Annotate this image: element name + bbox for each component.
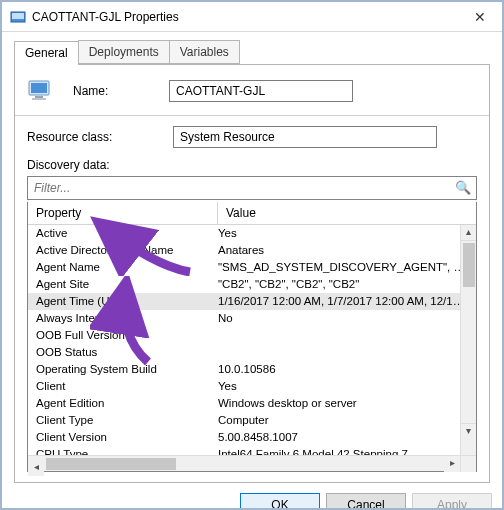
table-row[interactable]: OOB Full Version: [28, 327, 476, 344]
close-button[interactable]: ✕: [457, 3, 502, 31]
discovery-grid: Property Value ActiveYesActive Directory…: [27, 202, 477, 472]
cell-property: Client Type: [28, 412, 218, 429]
cell-property: Agent Site: [28, 276, 218, 293]
cell-value: [218, 344, 476, 361]
computer-icon: [27, 77, 59, 105]
filter-input[interactable]: [27, 176, 477, 200]
cell-property: Active Directory Site Name: [28, 242, 218, 259]
cell-value: 10.0.10586: [218, 361, 476, 378]
cell-property: Agent Time (UTC): [28, 293, 218, 310]
cell-value: Computer: [218, 412, 476, 429]
table-row[interactable]: Agent Time (UTC)1/16/2017 12:00 AM, 1/7/…: [28, 293, 476, 310]
cell-value: Intel64 Family 6 Model 42 Stepping 7: [218, 446, 476, 455]
table-row[interactable]: Active Directory Site NameAnatares: [28, 242, 476, 259]
discovery-data-label: Discovery data:: [27, 158, 147, 172]
cell-value: "CB2", "CB2", "CB2", "CB2": [218, 276, 476, 293]
table-row[interactable]: ClientYes: [28, 378, 476, 395]
vertical-scrollbar[interactable]: ▴ ▾: [460, 225, 476, 455]
cell-property: Agent Edition: [28, 395, 218, 412]
search-icon[interactable]: 🔍: [455, 180, 471, 195]
cell-property: Client Version: [28, 429, 218, 446]
table-row[interactable]: Always InternetNo: [28, 310, 476, 327]
tab-deployments[interactable]: Deployments: [78, 40, 170, 64]
cell-value: [218, 327, 476, 344]
table-row[interactable]: Operating System Build10.0.10586: [28, 361, 476, 378]
tab-general[interactable]: General: [14, 41, 79, 65]
apply-button: Apply: [412, 493, 492, 510]
scroll-down-icon[interactable]: ▾: [461, 423, 476, 439]
resource-class-label: Resource class:: [27, 130, 173, 144]
table-row[interactable]: Agent Name"SMS_AD_SYSTEM_DISCOVERY_AGENT…: [28, 259, 476, 276]
table-row[interactable]: Client TypeComputer: [28, 412, 476, 429]
table-row[interactable]: OOB Status: [28, 344, 476, 361]
cell-value: Yes: [218, 225, 476, 242]
app-icon: [10, 9, 26, 25]
scroll-right-icon[interactable]: ▸: [444, 456, 460, 472]
cell-value: No: [218, 310, 476, 327]
tab-strip: General Deployments Variables: [14, 40, 490, 64]
cell-property: OOB Full Version: [28, 327, 218, 344]
resource-class-field[interactable]: [173, 126, 437, 148]
divider: [15, 115, 489, 116]
cell-value: 5.00.8458.1007: [218, 429, 476, 446]
name-field[interactable]: [169, 80, 353, 102]
table-row[interactable]: ActiveYes: [28, 225, 476, 242]
cell-property: OOB Status: [28, 344, 218, 361]
tab-variables[interactable]: Variables: [169, 40, 240, 64]
cell-property: CPU Type: [28, 446, 218, 455]
name-label: Name:: [73, 84, 169, 98]
scroll-corner: [460, 456, 476, 472]
svg-rect-5: [32, 98, 46, 100]
cell-value: "SMS_AD_SYSTEM_DISCOVERY_AGENT", "SMS_A: [218, 259, 476, 276]
cell-property: Always Internet: [28, 310, 218, 327]
scroll-up-icon[interactable]: ▴: [461, 225, 476, 241]
cell-property: Client: [28, 378, 218, 395]
table-row[interactable]: CPU TypeIntel64 Family 6 Model 42 Steppi…: [28, 446, 476, 455]
svg-rect-3: [31, 83, 47, 93]
table-row[interactable]: Client Version5.00.8458.1007: [28, 429, 476, 446]
cell-property: Agent Name: [28, 259, 218, 276]
table-row[interactable]: Agent Site"CB2", "CB2", "CB2", "CB2": [28, 276, 476, 293]
col-property[interactable]: Property: [28, 202, 218, 224]
horizontal-scrollbar[interactable]: ◂ ▸: [28, 455, 476, 471]
table-row[interactable]: Agent EditionWindows desktop or server: [28, 395, 476, 412]
scroll-thumb[interactable]: [463, 243, 475, 287]
cell-value: Windows desktop or server: [218, 395, 476, 412]
ok-button[interactable]: OK: [240, 493, 320, 510]
hscroll-thumb[interactable]: [46, 458, 176, 470]
cell-property: Operating System Build: [28, 361, 218, 378]
scroll-left-icon[interactable]: ◂: [28, 460, 44, 476]
cell-property: Active: [28, 225, 218, 242]
cell-value: Yes: [218, 378, 476, 395]
svg-rect-1: [12, 13, 24, 19]
svg-rect-4: [35, 96, 43, 98]
cell-value: 1/16/2017 12:00 AM, 1/7/2017 12:00 AM, 1…: [218, 293, 476, 310]
cell-value: Anatares: [218, 242, 476, 259]
col-value[interactable]: Value: [218, 202, 476, 224]
cancel-button[interactable]: Cancel: [326, 493, 406, 510]
window-title: CAOTTANT-GJL Properties: [32, 10, 457, 24]
